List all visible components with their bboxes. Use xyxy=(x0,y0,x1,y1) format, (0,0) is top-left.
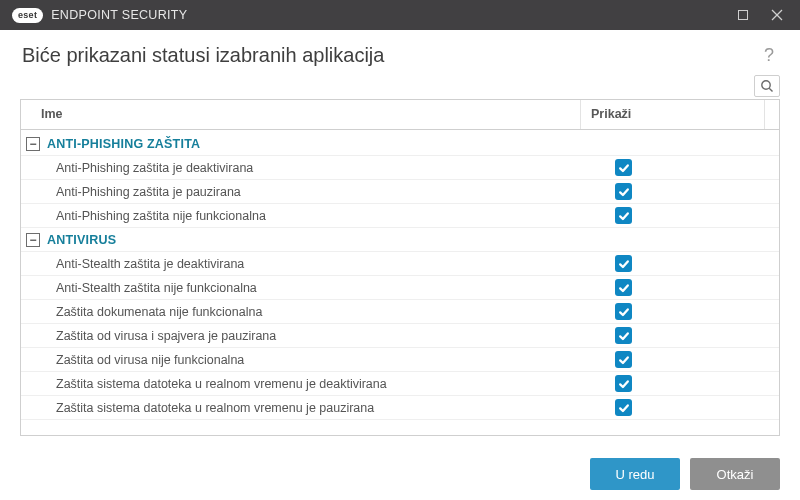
cancel-button[interactable]: Otkaži xyxy=(690,458,780,490)
show-checkbox[interactable] xyxy=(615,327,632,344)
window-minimize-button[interactable] xyxy=(726,0,760,30)
status-name: Zaštita sistema datoteka u realnom vreme… xyxy=(21,377,605,391)
show-checkbox[interactable] xyxy=(615,159,632,176)
status-grid: Ime Prikaži −ANTI-PHISHING ZAŠTITAAnti-P… xyxy=(20,99,780,436)
ok-button[interactable]: U redu xyxy=(590,458,680,490)
column-header-show[interactable]: Prikaži xyxy=(581,100,765,129)
collapse-icon[interactable]: − xyxy=(26,233,40,247)
svg-point-3 xyxy=(762,81,770,89)
status-row: Anti-Phishing zaštita nije funkcionalna xyxy=(21,204,779,228)
search-icon xyxy=(760,79,774,93)
status-row: Zaštita dokumenata nije funkcionalna xyxy=(21,300,779,324)
titlebar: eset ENDPOINT SECURITY xyxy=(0,0,800,30)
product-name: ENDPOINT SECURITY xyxy=(51,8,187,22)
group-label: ANTIVIRUS xyxy=(47,233,605,247)
show-checkbox[interactable] xyxy=(615,279,632,296)
status-name: Zaštita od virusa i spajvera je pauziran… xyxy=(21,329,605,343)
status-name: Anti-Phishing zaštita nije funkcionalna xyxy=(21,209,605,223)
dialog-footer: U redu Otkaži xyxy=(0,448,800,500)
status-name: Zaštita od virusa nije funkcionalna xyxy=(21,353,605,367)
status-name: Anti-Stealth zaštita nije funkcionalna xyxy=(21,281,605,295)
status-row: Zaštita od virusa nije funkcionalna xyxy=(21,348,779,372)
dialog-header: Biće prikazani statusi izabranih aplikac… xyxy=(0,30,800,75)
status-row: Anti-Phishing zaštita je pauzirana xyxy=(21,180,779,204)
status-row: Zaštita sistema datoteka u realnom vreme… xyxy=(21,396,779,420)
status-row: Anti-Stealth zaštita je deaktivirana xyxy=(21,252,779,276)
show-checkbox[interactable] xyxy=(615,303,632,320)
status-name: Anti-Phishing zaštita je pauzirana xyxy=(21,185,605,199)
show-checkbox[interactable] xyxy=(615,399,632,416)
grid-body[interactable]: −ANTI-PHISHING ZAŠTITAAnti-Phishing zašt… xyxy=(21,130,779,435)
status-name: Anti-Stealth zaštita je deaktivirana xyxy=(21,257,605,271)
status-name: Anti-Phishing zaštita je deaktivirana xyxy=(21,161,605,175)
grid-header: Ime Prikaži xyxy=(21,100,779,130)
show-checkbox[interactable] xyxy=(615,375,632,392)
minimize-icon xyxy=(737,9,749,21)
status-row: Anti-Stealth zaštita nije funkcionalna xyxy=(21,276,779,300)
svg-rect-0 xyxy=(739,11,748,20)
show-checkbox[interactable] xyxy=(615,207,632,224)
window-close-button[interactable] xyxy=(760,0,794,30)
status-row: Zaštita sistema datoteka u realnom vreme… xyxy=(21,372,779,396)
close-icon xyxy=(771,9,783,21)
group-label: ANTI-PHISHING ZAŠTITA xyxy=(47,137,605,151)
status-row: Zaštita od virusa i spajvera je pauziran… xyxy=(21,324,779,348)
show-checkbox[interactable] xyxy=(615,183,632,200)
svg-line-4 xyxy=(769,88,772,91)
column-header-name[interactable]: Ime xyxy=(21,100,581,129)
status-name: Zaštita sistema datoteka u realnom vreme… xyxy=(21,401,605,415)
group-row[interactable]: −ANTI-PHISHING ZAŠTITA xyxy=(21,132,779,156)
collapse-icon[interactable]: − xyxy=(26,137,40,151)
help-button[interactable]: ? xyxy=(760,45,778,66)
status-name: Zaštita dokumenata nije funkcionalna xyxy=(21,305,605,319)
status-row: Anti-Phishing zaštita je deaktivirana xyxy=(21,156,779,180)
show-checkbox[interactable] xyxy=(615,255,632,272)
page-title: Biće prikazani statusi izabranih aplikac… xyxy=(22,44,384,67)
brand-badge: eset xyxy=(12,8,43,23)
search-button[interactable] xyxy=(754,75,780,97)
show-checkbox[interactable] xyxy=(615,351,632,368)
group-row[interactable]: −ANTIVIRUS xyxy=(21,228,779,252)
